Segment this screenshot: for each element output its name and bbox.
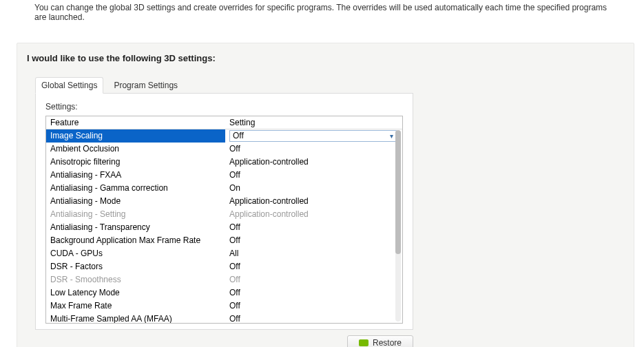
setting-cell[interactable]: Off [225, 260, 402, 273]
setting-cell[interactable]: Off▾ [225, 129, 402, 143]
feature-cell[interactable]: DSR - Factors [46, 260, 225, 273]
setting-cell[interactable]: Off [225, 286, 402, 299]
table-row[interactable]: Multi-Frame Sampled AA (MFAA)Off [46, 313, 402, 323]
feature-cell[interactable]: Antialiasing - Mode [46, 195, 225, 208]
table-row[interactable]: DSR - FactorsOff [46, 260, 402, 273]
restore-button[interactable]: Restore [347, 335, 413, 347]
table-row[interactable]: Max Frame RateOff [46, 299, 402, 313]
feature-cell[interactable]: Antialiasing - Transparency [46, 221, 225, 234]
setting-cell[interactable]: Application-controlled [225, 208, 402, 221]
feature-cell[interactable]: Max Frame Rate [46, 299, 225, 313]
feature-cell[interactable]: Multi-Frame Sampled AA (MFAA) [46, 313, 225, 323]
setting-cell[interactable]: All [225, 247, 402, 260]
table-row[interactable]: CUDA - GPUsAll [46, 247, 402, 260]
table-row[interactable]: Antialiasing - Gamma correctionOn [46, 182, 402, 195]
setting-dropdown[interactable]: Off▾ [229, 130, 398, 142]
page-description: You can change the global 3D settings an… [0, 0, 644, 22]
tab-body: Settings: Feature Setting Image ScalingO… [35, 93, 413, 330]
table-row[interactable]: DSR - SmoothnessOff [46, 273, 402, 286]
column-header-setting[interactable]: Setting [225, 116, 402, 129]
setting-cell[interactable]: Off [225, 143, 402, 156]
feature-cell[interactable]: Image Scaling [46, 129, 225, 143]
settings-label: Settings: [45, 102, 403, 112]
table-row[interactable]: Anisotropic filteringApplication-control… [46, 156, 402, 169]
settings-table-scroll: Feature Setting Image ScalingOff▾Ambient… [46, 116, 402, 323]
table-row[interactable]: Antialiasing - ModeApplication-controlle… [46, 195, 402, 208]
settings-table: Feature Setting Image ScalingOff▾Ambient… [46, 116, 402, 323]
feature-cell[interactable]: Anisotropic filtering [46, 156, 225, 169]
setting-cell[interactable]: Off [225, 234, 402, 247]
vertical-scrollbar[interactable] [395, 130, 401, 322]
setting-cell[interactable]: Off [225, 299, 402, 313]
feature-cell[interactable]: DSR - Smoothness [46, 273, 225, 286]
restore-button-label: Restore [373, 338, 402, 347]
table-row[interactable]: Antialiasing - SettingApplication-contro… [46, 208, 402, 221]
panel-title: I would like to use the following 3D set… [17, 43, 634, 70]
setting-cell[interactable]: Off [225, 221, 402, 234]
setting-cell[interactable]: Off [225, 313, 402, 323]
tab-program-settings[interactable]: Program Settings [107, 77, 184, 94]
tabs: Global Settings Program Settings [17, 77, 634, 94]
setting-value: Off [233, 130, 244, 142]
feature-cell[interactable]: Antialiasing - Gamma correction [46, 182, 225, 195]
table-row[interactable]: Ambient OcclusionOff [46, 143, 402, 156]
setting-cell[interactable]: On [225, 182, 402, 195]
setting-cell[interactable]: Off [225, 169, 402, 182]
tab-global-settings[interactable]: Global Settings [35, 77, 103, 94]
table-row[interactable]: Antialiasing - FXAAOff [46, 169, 402, 182]
column-header-feature[interactable]: Feature [46, 116, 225, 129]
table-row[interactable]: Image ScalingOff▾ [46, 129, 402, 143]
restore-row: Restore [35, 335, 413, 347]
feature-cell[interactable]: CUDA - GPUs [46, 247, 225, 260]
setting-cell[interactable]: Application-controlled [225, 195, 402, 208]
feature-cell[interactable]: Antialiasing - FXAA [46, 169, 225, 182]
setting-cell[interactable]: Off [225, 273, 402, 286]
settings-panel: I would like to use the following 3D set… [17, 43, 634, 347]
setting-cell[interactable]: Application-controlled [225, 156, 402, 169]
feature-cell[interactable]: Low Latency Mode [46, 286, 225, 299]
chevron-down-icon[interactable]: ▾ [386, 132, 396, 141]
nvidia-icon [359, 339, 368, 346]
table-row[interactable]: Low Latency ModeOff [46, 286, 402, 299]
scroll-thumb[interactable] [395, 130, 401, 254]
feature-cell[interactable]: Background Application Max Frame Rate [46, 234, 225, 247]
table-row[interactable]: Antialiasing - TransparencyOff [46, 221, 402, 234]
settings-table-wrap: Feature Setting Image ScalingOff▾Ambient… [45, 116, 403, 324]
table-row[interactable]: Background Application Max Frame RateOff [46, 234, 402, 247]
feature-cell[interactable]: Antialiasing - Setting [46, 208, 225, 221]
feature-cell[interactable]: Ambient Occlusion [46, 143, 225, 156]
